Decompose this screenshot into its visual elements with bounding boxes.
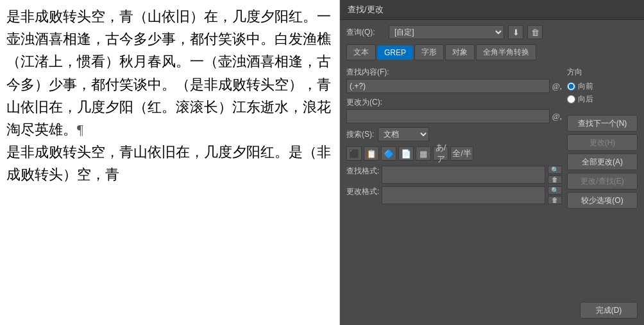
scope-row: 搜索(S): 文档 文章 到文章末尾 选区 xyxy=(346,127,562,141)
save-query-btn[interactable]: ⬇ xyxy=(508,25,523,39)
replace-format-label: 更改格式: xyxy=(346,186,379,197)
replace-format-search-icon[interactable]: 🔍 xyxy=(548,186,562,195)
direction-group: 方向 向前 向后 xyxy=(567,67,638,105)
replace-label: 更改为(C): xyxy=(346,97,562,108)
replace-input[interactable] xyxy=(346,109,550,123)
replace-format-box xyxy=(382,186,545,204)
delete-query-btn[interactable]: 🗑 xyxy=(527,25,543,39)
replace-at-icon[interactable]: @, xyxy=(552,111,562,121)
find-format-box xyxy=(382,166,545,184)
find-input-row: @, xyxy=(346,79,562,93)
main-content: 查找内容(F): @, 更改为(C): @, 搜索(S): xyxy=(346,67,638,295)
done-btn[interactable]: 完成(D) xyxy=(580,302,638,319)
tabs-row: 文本 GREP 字形 对象 全角半角转换 xyxy=(346,44,638,60)
direction-backward-text: 向后 xyxy=(578,94,593,105)
tab-grep[interactable]: GREP xyxy=(377,46,413,60)
find-format-search-icon[interactable]: 🔍 xyxy=(548,166,562,174)
tab-object[interactable]: 对象 xyxy=(445,44,475,60)
find-next-btn[interactable]: 查找下一个(N) xyxy=(567,115,638,132)
replace-find-btn[interactable]: 更改/查找(E) xyxy=(567,173,638,189)
replace-btn[interactable]: 更改(H) xyxy=(567,134,638,151)
query-row: 查询(Q): [自定] ⬇ 🗑 xyxy=(346,25,638,39)
fewer-options-btn[interactable]: 较少选项(O) xyxy=(567,192,638,209)
replace-all-btn[interactable]: 全部更改(A) xyxy=(567,154,638,170)
direction-forward-label[interactable]: 向前 xyxy=(567,81,638,92)
scope-label: 搜索(S): xyxy=(346,129,374,140)
find-label: 查找内容(F): xyxy=(346,67,562,78)
toolbar-icons-row: ⬛ 📋 🔷 📄 ▦ あ/ア 全/半 xyxy=(346,146,562,161)
find-format-delete-icon[interactable]: 🗑 xyxy=(548,175,562,184)
direction-backward-radio[interactable] xyxy=(567,95,575,103)
tab-glyph[interactable]: 字形 xyxy=(414,44,444,60)
left-col: 查找内容(F): @, 更改为(C): @, 搜索(S): xyxy=(346,67,562,295)
toolbar-icon-5[interactable]: ▦ xyxy=(416,146,431,161)
replace-format-delete-icon[interactable]: 🗑 xyxy=(548,196,562,204)
toolbar-icon-4[interactable]: 📄 xyxy=(398,146,414,161)
toolbar-icon-fullhalf[interactable]: 全/半 xyxy=(450,146,473,161)
find-format-label: 查找格式: xyxy=(346,166,379,177)
replace-content-row: 更改为(C): @, xyxy=(346,97,562,123)
dialog-body: 查询(Q): [自定] ⬇ 🗑 文本 GREP 字形 对象 全角半角转换 查找内… xyxy=(340,20,644,325)
dialog-titlebar: 查找/更改 xyxy=(340,0,644,20)
direction-label: 方向 xyxy=(567,67,638,78)
find-format-icons: 🔍 🗑 xyxy=(548,166,562,184)
replace-input-row: @, xyxy=(346,109,562,123)
toolbar-icon-3[interactable]: 🔷 xyxy=(381,146,396,161)
toolbar-icon-2[interactable]: 📋 xyxy=(364,146,379,161)
direction-forward-radio[interactable] xyxy=(567,82,575,91)
find-replace-dialog: 查找/更改 查询(Q): [自定] ⬇ 🗑 文本 GREP 字形 对象 全角半角… xyxy=(340,0,644,325)
replace-format-row: 更改格式: 🔍 🗑 xyxy=(346,186,562,204)
query-select[interactable]: [自定] xyxy=(389,25,504,39)
right-col: 方向 向前 向后 查找下一个(N) 更改(H) 全部更改(A) 更改/查 xyxy=(567,67,638,295)
find-format-area: 查找格式: 🔍 🗑 更改格式: 🔍 🗑 xyxy=(346,166,562,204)
direction-forward-text: 向前 xyxy=(578,81,593,92)
tab-fullwidth[interactable]: 全角半角转换 xyxy=(476,44,536,60)
find-content-row: 查找内容(F): @, xyxy=(346,67,562,93)
replace-format-icons: 🔍 🗑 xyxy=(548,186,562,204)
query-label: 查询(Q): xyxy=(346,27,385,38)
find-at-icon[interactable]: @, xyxy=(552,81,562,91)
tab-text[interactable]: 文本 xyxy=(346,44,376,60)
text-content: 是非成败转头空，青（山依旧）在，几度夕阳红。一壶浊酒喜相逢，古今多少事，都付笑谈… xyxy=(6,8,331,182)
direction-backward-label[interactable]: 向后 xyxy=(567,94,638,105)
dialog-title: 查找/更改 xyxy=(348,4,384,15)
pilcrow-mark: ¶ xyxy=(77,121,83,137)
text-panel: 是非成败转头空，青（山依旧）在，几度夕阳红。一壶浊酒喜相逢，古今多少事，都付笑谈… xyxy=(0,0,340,325)
find-format-row: 查找格式: 🔍 🗑 xyxy=(346,166,562,184)
bottom-row: 完成(D) xyxy=(346,299,638,320)
scope-select[interactable]: 文档 文章 到文章末尾 选区 xyxy=(378,127,429,141)
toolbar-icon-az[interactable]: あ/ア xyxy=(433,146,448,161)
toolbar-icon-1[interactable]: ⬛ xyxy=(346,146,362,161)
find-input[interactable] xyxy=(346,79,550,93)
